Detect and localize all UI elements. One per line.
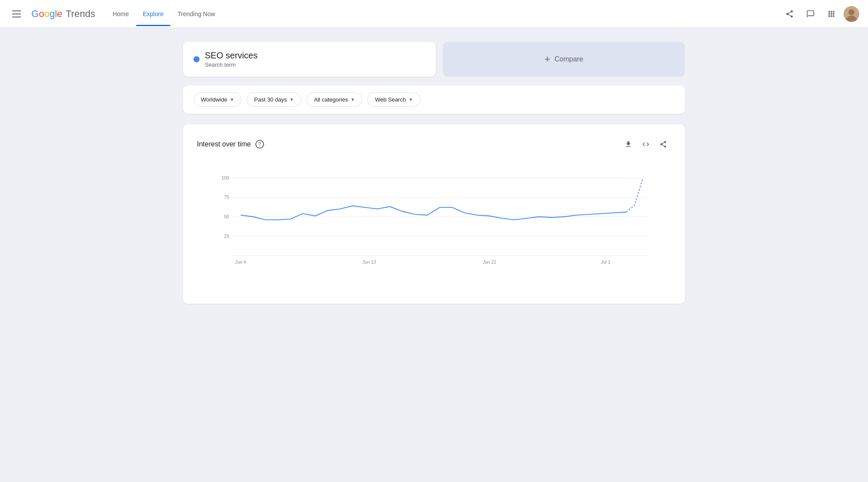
chart-title: Interest over time xyxy=(197,140,251,148)
nav-trending[interactable]: Trending Now xyxy=(170,2,222,26)
main-header: Google Trends Home Explore Trending Now xyxy=(0,0,868,28)
filters-section: Worldwide ▼ Past 30 days ▼ All categorie… xyxy=(183,85,685,114)
apps-button[interactable] xyxy=(823,5,840,23)
svg-text:Jun 22: Jun 22 xyxy=(483,260,496,265)
compare-plus: + xyxy=(545,54,550,65)
compare-box[interactable]: + Compare xyxy=(443,42,685,77)
chart-share-button[interactable] xyxy=(655,136,671,152)
feedback-icon xyxy=(806,10,815,18)
svg-text:100: 100 xyxy=(221,176,229,180)
download-button[interactable] xyxy=(620,136,636,152)
filter-time[interactable]: Past 30 days ▼ xyxy=(247,92,301,107)
filter-region[interactable]: Worldwide ▼ xyxy=(193,92,241,107)
search-term-box: SEO services Search term xyxy=(183,42,436,77)
svg-text:Jun 13: Jun 13 xyxy=(363,260,376,265)
nav-explore[interactable]: Explore xyxy=(136,2,170,26)
download-icon xyxy=(624,140,632,148)
filter-region-label: Worldwide xyxy=(201,96,227,103)
embed-icon xyxy=(642,140,650,148)
svg-text:Jun 4: Jun 4 xyxy=(235,260,246,265)
svg-point-1 xyxy=(848,9,854,15)
trend-chart: 255075100Jun 4Jun 13Jun 22Jul 1 xyxy=(197,166,671,288)
svg-text:75: 75 xyxy=(224,195,229,200)
search-term-type: Search term xyxy=(205,61,258,68)
header-left: Google Trends xyxy=(9,7,105,21)
main-content: SEO services Search term + Compare World… xyxy=(173,28,695,318)
search-section: SEO services Search term + Compare xyxy=(183,42,685,77)
help-icon[interactable]: ? xyxy=(255,140,264,149)
chart-header: Interest over time ? xyxy=(197,136,671,152)
search-dot xyxy=(193,56,200,62)
trends-label: Trends xyxy=(63,8,95,20)
svg-text:50: 50 xyxy=(224,214,229,219)
share-icon xyxy=(785,10,794,18)
main-nav: Home Explore Trending Now xyxy=(105,2,781,26)
chart-share-icon xyxy=(659,140,667,148)
chart-actions xyxy=(620,136,671,152)
svg-text:Jul 1: Jul 1 xyxy=(601,260,610,265)
compare-label: Compare xyxy=(555,55,583,63)
svg-text:25: 25 xyxy=(224,234,229,239)
filter-time-label: Past 30 days xyxy=(254,96,287,103)
chart-section: Interest over time ? xyxy=(183,124,685,304)
header-right xyxy=(781,5,859,23)
filter-type-label: Web Search xyxy=(375,96,406,103)
chart-wrapper: 255075100Jun 4Jun 13Jun 22Jul 1 xyxy=(197,166,671,290)
filter-time-arrow: ▼ xyxy=(290,97,294,102)
filter-region-arrow: ▼ xyxy=(230,97,234,102)
filter-category-label: All categories xyxy=(314,96,348,103)
hamburger-menu[interactable] xyxy=(9,7,24,21)
chart-title-area: Interest over time ? xyxy=(197,140,264,149)
search-term-info: SEO services Search term xyxy=(205,51,258,68)
logo-text: Google xyxy=(31,8,62,20)
nav-home[interactable]: Home xyxy=(105,2,136,26)
share-button[interactable] xyxy=(781,5,798,23)
google-trends-logo[interactable]: Google Trends xyxy=(31,8,95,20)
embed-button[interactable] xyxy=(638,136,654,152)
filter-category[interactable]: All categories ▼ xyxy=(306,92,362,107)
avatar-image xyxy=(844,6,859,22)
filter-type[interactable]: Web Search ▼ xyxy=(367,92,420,107)
filter-type-arrow: ▼ xyxy=(409,97,413,102)
feedback-button[interactable] xyxy=(802,5,819,23)
user-avatar[interactable] xyxy=(844,6,859,22)
search-term-name: SEO services xyxy=(205,51,258,61)
apps-icon xyxy=(827,10,836,18)
filter-category-arrow: ▼ xyxy=(350,97,355,102)
